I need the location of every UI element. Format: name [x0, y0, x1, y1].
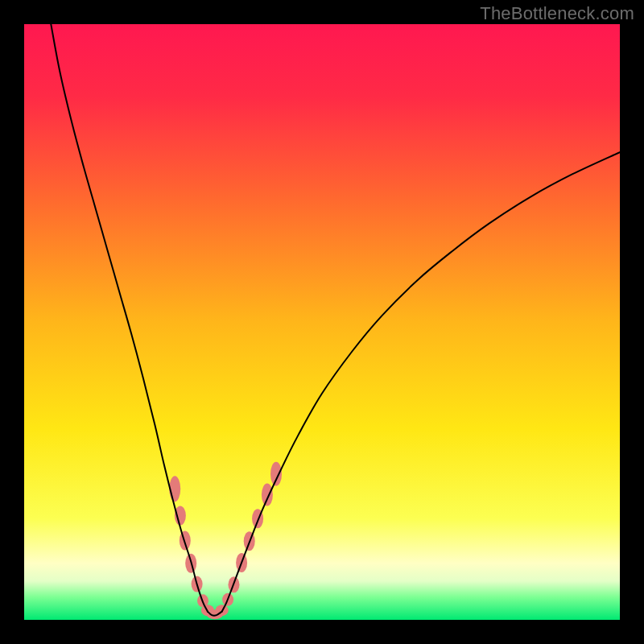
chart-frame: TheBottleneck.com — [0, 0, 644, 644]
chart-svg — [24, 24, 620, 620]
highlight-bubble — [169, 476, 180, 502]
plot-area — [24, 24, 620, 620]
highlight-bubble — [270, 462, 282, 486]
watermark-text: TheBottleneck.com — [480, 3, 634, 24]
gradient-background — [24, 24, 620, 620]
highlight-bubble — [262, 484, 273, 506]
